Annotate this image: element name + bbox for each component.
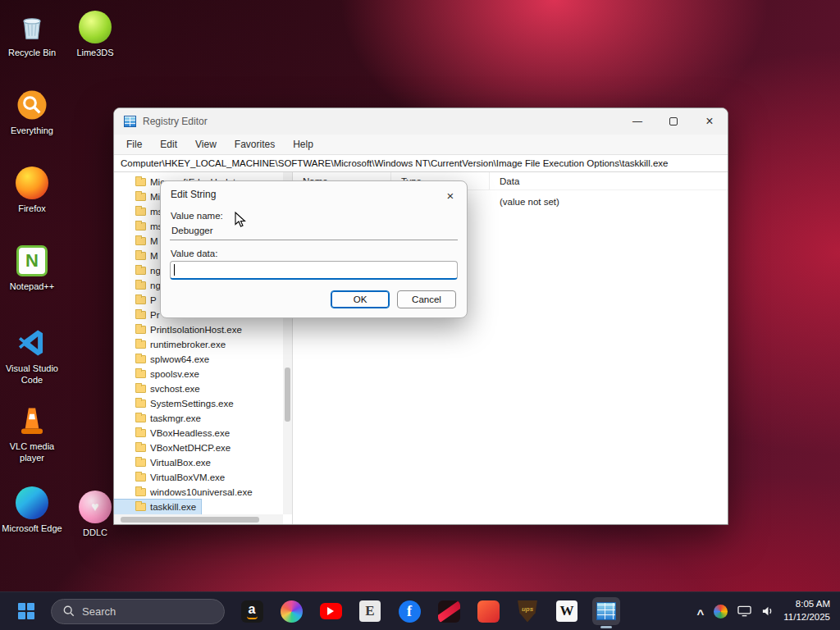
red-app-icon: [438, 600, 460, 623]
e-letter-icon: E: [359, 600, 381, 622]
tree-item[interactable]: spoolsv.exe: [114, 367, 204, 381]
tree-item[interactable]: P: [114, 293, 162, 308]
taskbar-app-registry-editor[interactable]: [592, 597, 620, 625]
menu-favorites[interactable]: Favorites: [227, 136, 282, 153]
menu-view[interactable]: View: [188, 136, 224, 153]
folder-icon: [135, 340, 146, 349]
tree-item[interactable]: VBoxNetDHCP.exe: [114, 441, 235, 455]
desktop-icon-label: Microsoft Edge: [2, 523, 62, 535]
tree-item[interactable]: ng: [114, 263, 166, 278]
desktop-icon-vscode[interactable]: Visual Studio Code: [0, 326, 64, 386]
display-tray-icon[interactable]: [737, 605, 751, 617]
volume-tray-icon[interactable]: [761, 605, 774, 617]
tree-item[interactable]: M: [114, 249, 163, 263]
taskbar-app-e[interactable]: E: [356, 597, 384, 625]
taskbar-app-ups[interactable]: ups: [514, 597, 541, 625]
desktop-icon-label: Firefox: [18, 203, 46, 215]
desktop-icon-vlc[interactable]: VLC media player: [0, 404, 64, 464]
desktop-icon-lime3ds[interactable]: Lime3DS: [63, 10, 127, 59]
folder-icon: [135, 281, 146, 290]
taskbar-app-youtube[interactable]: [317, 597, 345, 625]
desktop-icon-label: VLC media player: [0, 441, 64, 464]
tree-item-label: PrintIsolationHost.exe: [150, 325, 242, 335]
desktop-icon-everything[interactable]: Everything: [0, 88, 64, 137]
tree-item-label: splwow64.exe: [150, 354, 209, 364]
ok-button[interactable]: OK: [331, 290, 390, 308]
desktop-icon-label: Everything: [11, 126, 53, 137]
desktop-icon-firefox[interactable]: Firefox: [0, 166, 64, 215]
folder-icon: [135, 370, 146, 378]
folder-icon: [135, 178, 146, 186]
ups-shield-icon: ups: [518, 600, 537, 623]
folder-icon: [135, 237, 146, 245]
value-data-input[interactable]: [170, 261, 458, 280]
tree-item[interactable]: M: [114, 234, 163, 249]
recycle-bin-icon: [15, 10, 49, 44]
value-data-cell[interactable]: (value not set): [500, 197, 559, 207]
tree-item[interactable]: splwow64.exe: [114, 352, 214, 367]
window-title: Registry Editor: [143, 116, 208, 127]
scrollbar-thumb[interactable]: [285, 368, 290, 422]
tree-item[interactable]: SystemSettings.exe: [114, 396, 239, 411]
taskbar-app-wikipedia[interactable]: W: [553, 597, 581, 625]
folder-icon: [135, 444, 146, 452]
tree-item-selected[interactable]: taskkill.exe: [114, 500, 201, 514]
hidden-icons-chevron[interactable]: ^: [697, 607, 705, 621]
minimize-button[interactable]: —: [619, 108, 655, 135]
address-bar[interactable]: Computer\HKEY_LOCAL_MACHINE\SOFTWARE\Mic…: [114, 154, 728, 172]
folder-icon: [135, 193, 146, 201]
tree-item[interactable]: VBoxHeadless.exe: [114, 426, 235, 441]
folder-icon: [135, 355, 146, 363]
clock-date: 11/12/2025: [783, 611, 830, 624]
taskbar-app-photos[interactable]: [277, 597, 305, 625]
scrollbar-thumb[interactable]: [121, 517, 259, 523]
tree-item[interactable]: ng: [114, 278, 166, 293]
tree-item[interactable]: runtimebroker.exe: [114, 337, 231, 352]
column-header-data[interactable]: Data: [490, 172, 728, 189]
tree-horizontal-scrollbar[interactable]: [114, 514, 283, 524]
folder-icon: [135, 414, 146, 422]
amazon-icon: a: [241, 600, 263, 623]
close-button[interactable]: ×: [692, 108, 728, 135]
tree-item-label: taskkill.exe: [150, 502, 196, 512]
tree-item-label: Pr: [150, 310, 160, 320]
desktop-icon-recycle-bin[interactable]: Recycle Bin: [0, 10, 64, 59]
desktop-icon-notepadpp[interactable]: N Notepad++: [0, 244, 64, 293]
tree-item-label: VirtualBoxVM.exe: [150, 472, 225, 482]
clock-time: 8:05 AM: [783, 598, 830, 611]
taskbar-app-facebook[interactable]: f: [395, 597, 423, 625]
menu-file[interactable]: File: [119, 136, 149, 153]
tree-item[interactable]: svchost.exe: [114, 381, 205, 396]
menu-edit[interactable]: Edit: [153, 136, 185, 153]
tree-item[interactable]: PrintIsolationHost.exe: [114, 322, 247, 337]
tree-item[interactable]: taskmgr.exe: [114, 411, 206, 426]
taskbar-search[interactable]: [51, 599, 225, 624]
taskbar-clock[interactable]: 8:05 AM 11/12/2025: [783, 598, 830, 623]
orange-app-icon: [477, 600, 500, 623]
title-bar[interactable]: Registry Editor — ×: [114, 108, 728, 135]
tray-colored-icon[interactable]: [714, 605, 728, 619]
menu-help[interactable]: Help: [285, 136, 321, 153]
taskbar-app-red[interactable]: [435, 597, 463, 625]
facebook-icon: f: [399, 600, 421, 623]
tree-item-label: VBoxNetDHCP.exe: [150, 443, 231, 453]
search-input[interactable]: [82, 605, 197, 618]
start-button[interactable]: [11, 596, 41, 626]
tree-item[interactable]: Pr: [114, 308, 165, 322]
folder-icon: [135, 267, 146, 275]
tree-item[interactable]: windows10universal.exe: [114, 485, 258, 500]
tree-item-label: Mi: [150, 192, 160, 202]
lime3ds-icon: [78, 10, 112, 44]
desktop-icon-label: Notepad++: [10, 281, 54, 293]
cancel-button[interactable]: Cancel: [397, 290, 456, 308]
desktop-icon-label: Recycle Bin: [8, 48, 56, 59]
desktop-icon-edge[interactable]: Microsoft Edge: [0, 486, 64, 535]
tree-item[interactable]: VirtualBoxVM.exe: [114, 470, 230, 485]
tree-item[interactable]: VirtualBox.exe: [114, 455, 216, 470]
value-name-field: Debugger: [170, 223, 458, 240]
maximize-button[interactable]: [655, 108, 692, 135]
taskbar-app-amazon[interactable]: a: [238, 597, 266, 625]
dialog-close-button[interactable]: ×: [441, 186, 459, 204]
tree-item[interactable]: Mi: [114, 189, 165, 204]
taskbar-app-orange[interactable]: [474, 597, 502, 625]
